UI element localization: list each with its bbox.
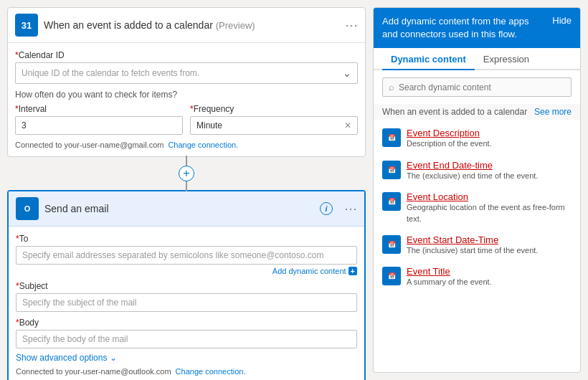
info-button[interactable]: i	[320, 202, 333, 215]
interval-frequency-row: *Interval 3 *Frequency Minute ✕	[15, 104, 358, 135]
action-connection-row: Connected to your-user-name@outlook.com …	[16, 367, 357, 376]
list-item[interactable]: 📅 Event Title A summary of the event.	[374, 261, 580, 293]
connector: +	[7, 163, 366, 184]
body-input[interactable]: Specify the body of the mail	[16, 330, 357, 348]
subject-input[interactable]: Specify the subject of the mail	[16, 293, 357, 312]
frequency-question: How often do you want to check for items…	[15, 90, 358, 100]
item-title[interactable]: Event Start Date-Time	[407, 234, 538, 245]
trigger-card-body: *Calendar ID Unique ID of the calendar t…	[8, 43, 365, 156]
action-card-menu-button[interactable]: ⋯	[344, 202, 357, 215]
interval-label: *Interval	[15, 104, 183, 114]
item-description: Geographic location of the event as free…	[407, 202, 572, 224]
body-label: *Body	[16, 318, 357, 328]
frequency-select[interactable]: Minute ✕	[190, 116, 358, 135]
action-card-header: O Send an email i ⋯	[9, 191, 364, 227]
item-description: A summary of the event.	[407, 277, 492, 288]
connector-line-bottom	[186, 181, 187, 191]
trigger-card-icon: 31	[15, 14, 38, 37]
search-icon: ⌕	[389, 82, 394, 92]
list-item[interactable]: 📅 Event Description Description of the e…	[374, 123, 580, 154]
item-content: Event Title A summary of the event.	[407, 266, 492, 288]
plus-badge: +	[348, 267, 357, 275]
frequency-label: *Frequency	[190, 104, 358, 114]
dynamic-content-header: Add dynamic content from the apps and co…	[374, 8, 580, 48]
action-card: O Send an email i ⋯ *To Specify email ad…	[7, 190, 366, 380]
action-card-icon: O	[16, 197, 39, 220]
item-title[interactable]: Event Title	[407, 266, 492, 277]
section-header: When an event is added to a calendar See…	[374, 104, 580, 120]
item-icon: 📅	[382, 161, 401, 179]
to-input[interactable]: Specify email addresses separated by sem…	[16, 246, 357, 265]
item-content: Event Location Geographic location of th…	[407, 191, 572, 224]
calendar-id-select[interactable]: Unique ID of the calendar to fetch event…	[15, 62, 358, 84]
tab-dynamic-content[interactable]: Dynamic content	[382, 48, 475, 70]
item-content: Event End Date-time The (exclusive) end …	[407, 160, 538, 181]
right-panel: Add dynamic content from the apps and co…	[373, 7, 581, 373]
chevron-down-icon: ⌄	[110, 353, 117, 363]
list-item[interactable]: 📅 Event Start Date-Time The (inclusive) …	[374, 229, 580, 261]
interval-group: *Interval 3	[15, 104, 183, 135]
hide-button[interactable]: Hide	[552, 15, 572, 26]
add-dynamic-content-button[interactable]: Add dynamic content +	[16, 267, 357, 275]
show-advanced-button[interactable]: Show advanced options ⌄	[16, 353, 357, 363]
trigger-change-connection-link[interactable]: Change connection.	[168, 141, 238, 149]
frequency-group: *Frequency Minute ✕	[190, 104, 358, 135]
trigger-card-menu-button[interactable]: ⋯	[345, 19, 358, 32]
list-item[interactable]: 📅 Event End Date-time The (exclusive) en…	[374, 155, 580, 186]
item-icon: 📅	[382, 128, 401, 147]
item-title[interactable]: Event End Date-time	[407, 160, 538, 171]
trigger-card-header: 31 When an event is added to a calendar …	[8, 8, 365, 43]
connector-line-top	[186, 156, 187, 166]
item-title[interactable]: Event Description	[407, 128, 492, 138]
calendar-id-label: *Calendar ID	[15, 50, 358, 60]
dynamic-items-list: 📅 Event Description Description of the e…	[374, 120, 580, 372]
item-description: The (inclusive) start time of the event.	[407, 245, 538, 256]
trigger-connection-row: Connected to your-user-name@gmail.com Ch…	[15, 141, 358, 149]
item-title[interactable]: Event Location	[407, 191, 572, 202]
left-panel: 31 When an event is added to a calendar …	[7, 7, 366, 373]
item-content: Event Start Date-Time The (inclusive) st…	[407, 234, 538, 256]
clear-icon[interactable]: ✕	[344, 120, 351, 130]
list-item[interactable]: 📅 Event Location Geographic location of …	[374, 186, 580, 229]
to-label: *To	[16, 234, 357, 244]
action-card-title: Send an email	[44, 203, 314, 214]
trigger-card-title: When an event is added to a calendar (Pr…	[44, 19, 339, 31]
subject-label: *Subject	[16, 281, 357, 291]
interval-input[interactable]: 3	[15, 116, 183, 135]
dynamic-content-description: Add dynamic content from the apps and co…	[382, 15, 552, 41]
item-icon: 📅	[382, 267, 401, 285]
tabs-row: Dynamic content Expression	[374, 48, 580, 70]
action-change-connection-link[interactable]: Change connection.	[176, 367, 246, 376]
see-more-button[interactable]: See more	[534, 107, 572, 117]
search-box: ⌕	[382, 77, 572, 97]
add-step-button[interactable]: +	[179, 166, 194, 181]
tab-expression[interactable]: Expression	[475, 48, 538, 70]
action-card-body: *To Specify email addresses separated by…	[9, 227, 364, 380]
search-input[interactable]	[399, 82, 565, 92]
item-description: The (exclusive) end time of the event.	[407, 171, 538, 181]
section-title: When an event is added to a calendar	[382, 107, 527, 117]
item-icon: 📅	[382, 192, 401, 211]
item-content: Event Description Description of the eve…	[407, 128, 492, 149]
item-description: Description of the event.	[407, 138, 492, 149]
trigger-card: 31 When an event is added to a calendar …	[7, 7, 366, 157]
chevron-down-icon: ⌄	[343, 67, 351, 79]
item-icon: 📅	[382, 235, 401, 254]
